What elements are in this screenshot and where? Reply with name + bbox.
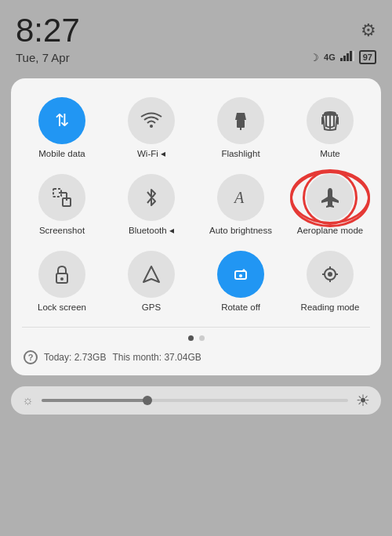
signal-icon: 4G: [324, 53, 336, 62]
tile-icon-screenshot: [38, 174, 85, 221]
tile-label-mute: Mute: [320, 149, 340, 160]
tile-icon-flashlight: [217, 97, 264, 144]
svg-point-18: [239, 274, 242, 277]
tile-label-screenshot: Screenshot: [39, 226, 85, 237]
tile-label-bluetooth: Bluetooth ◂: [129, 226, 174, 237]
tile-icon-wifi: [128, 97, 175, 144]
svg-point-16: [60, 277, 64, 281]
divider: [22, 327, 370, 328]
time-display: 8:27: [16, 14, 80, 47]
svg-rect-8: [237, 120, 245, 128]
tile-icon-reading-mode: [307, 251, 354, 298]
tiles-grid: ⇅Mobile dataWi-Fi ◂FlashlightMuteScreens…: [19, 94, 373, 316]
help-icon[interactable]: ?: [24, 350, 38, 364]
tile-label-gps: GPS: [142, 302, 161, 313]
data-usage: ? Today: 2.73GB This month: 37.04GB: [19, 350, 373, 364]
tile-label-aeroplane-mode: Aeroplane mode: [297, 226, 363, 237]
tile-aeroplane-mode[interactable]: Aeroplane mode: [287, 171, 373, 240]
tile-icon-gps: [128, 251, 175, 298]
tile-mobile-data[interactable]: ⇅Mobile data: [19, 94, 105, 163]
page-dot: [199, 335, 205, 341]
moon-icon: ☽: [310, 52, 319, 63]
svg-point-6: [150, 125, 153, 128]
brightness-min-icon: ☼: [22, 393, 34, 407]
svg-marker-7: [235, 113, 246, 120]
gear-icon[interactable]: ⚙: [361, 20, 376, 41]
tile-label-rotate-off: Rotate off: [221, 302, 260, 313]
tile-icon-rotate-off: [217, 251, 264, 298]
status-icons: ☽ 4G 97: [310, 50, 376, 64]
svg-rect-4: [353, 51, 354, 61]
status-bar: 8:27 ⚙ Tue, 7 Apr ☽ 4G 97: [0, 0, 392, 71]
svg-text:A: A: [233, 189, 245, 206]
tile-mute[interactable]: Mute: [287, 94, 373, 163]
brightness-track[interactable]: [42, 399, 348, 402]
month-usage: This month: 37.04GB: [112, 352, 201, 363]
tile-label-wifi: Wi-Fi ◂: [137, 149, 165, 160]
tile-icon-bluetooth: [128, 174, 175, 221]
brightness-max-icon: ☀: [356, 391, 370, 410]
tile-rotate-off[interactable]: Rotate off: [198, 248, 284, 317]
tile-flashlight[interactable]: Flashlight: [198, 94, 284, 163]
tile-icon-mobile-data: ⇅: [38, 97, 85, 144]
tile-bluetooth[interactable]: Bluetooth ◂: [108, 171, 194, 240]
tile-gps[interactable]: GPS: [108, 248, 194, 317]
tile-wifi[interactable]: Wi-Fi ◂: [108, 94, 194, 163]
tile-label-flashlight: Flashlight: [221, 149, 260, 160]
tile-lock-screen[interactable]: Lock screen: [19, 248, 105, 317]
quick-panel: ⇅Mobile dataWi-Fi ◂FlashlightMuteScreens…: [11, 78, 381, 375]
svg-rect-0: [340, 58, 343, 61]
page-dots: [19, 335, 373, 341]
date-display: Tue, 7 Apr: [16, 51, 70, 64]
svg-point-20: [328, 272, 332, 277]
tile-auto-brightness[interactable]: AAuto brightness: [198, 171, 284, 240]
tile-label-reading-mode: Reading mode: [301, 302, 360, 313]
tile-label-lock-screen: Lock screen: [38, 302, 86, 313]
tile-label-auto-brightness: Auto brightness: [209, 226, 272, 237]
tile-icon-aeroplane-mode: [307, 174, 354, 221]
tile-label-mobile-data: Mobile data: [38, 149, 85, 160]
signal-bars-icon: [340, 51, 354, 63]
brightness-bar[interactable]: ☼ ☀: [11, 386, 381, 415]
today-usage: Today: 2.73GB: [44, 352, 106, 363]
tile-icon-auto-brightness: A: [217, 174, 264, 221]
svg-rect-2: [347, 53, 349, 61]
tile-screenshot[interactable]: Screenshot: [19, 171, 105, 240]
svg-text:⇅: ⇅: [55, 110, 69, 130]
tile-reading-mode[interactable]: Reading mode: [287, 248, 373, 317]
page-dot: [188, 335, 194, 341]
svg-rect-1: [343, 56, 346, 61]
tile-icon-lock-screen: [38, 251, 85, 298]
battery-icon: 97: [359, 50, 376, 64]
svg-rect-3: [350, 51, 352, 61]
tile-icon-mute: [307, 97, 354, 144]
